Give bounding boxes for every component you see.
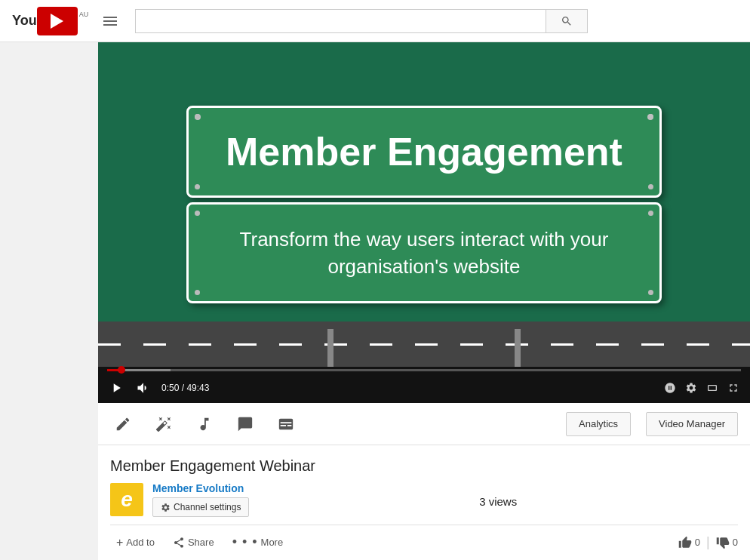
sidebar [0,42,98,560]
channel-row: e Member Evolution Channel settings 3 vi… [110,482,738,517]
video-title: Member Engagement Webinar [110,457,738,475]
bolt-icon [648,211,653,216]
search-container [135,9,588,33]
more-button[interactable]: • • • More [226,531,290,553]
channel-info: Member Evolution Channel settings [152,482,249,517]
play-button[interactable] [107,379,125,397]
video-info: Member Engagement Webinar e Member Evolu… [98,445,750,560]
channel-avatar: e [110,483,143,516]
video-controls: 0:50 / 49:43 [98,373,750,403]
channel-settings-label: Channel settings [174,502,241,512]
cc-icon [664,382,676,394]
progress-played [107,369,118,371]
video-toolbar: Analytics Video Manager [98,403,750,445]
bolt-icon [648,184,653,189]
pole-right [515,329,521,367]
search-icon [561,15,573,27]
bolt-icon [195,114,200,119]
fullscreen-button[interactable] [726,380,741,395]
dislike-button[interactable]: 0 [716,536,738,549]
volume-button[interactable] [134,379,152,397]
gear-button[interactable] [684,380,699,395]
progress-dot [118,366,125,374]
more-label: More [261,537,284,548]
hamburger-line [103,20,117,22]
right-controls [662,380,741,395]
search-button[interactable] [546,9,588,33]
hamburger-icon [103,17,117,26]
more-dots-icon: • • • [232,534,258,550]
enhance-button[interactable] [151,411,177,437]
subtitles-icon [278,416,294,432]
hamburger-line [103,24,117,26]
logo-you: You [12,13,37,29]
video-player: Member Engagement Transform the way user… [98,42,750,403]
views-count: 3 views [479,492,517,508]
add-to-button[interactable]: + Add to [110,533,161,552]
plus-icon: + [116,536,123,549]
share-button[interactable]: Share [167,534,220,552]
add-to-label: Add to [126,537,155,548]
youtube-logo: YouAU [12,7,88,35]
dislike-count: 0 [733,537,738,548]
progress-track[interactable] [107,369,741,371]
time-display: 0:50 / 49:43 [161,383,209,393]
action-row: + Add to Share • • • More [110,525,738,553]
bolt-icon [648,114,653,119]
bolt-icon [648,290,653,295]
share-icon [173,537,185,549]
like-dislike-container: 0 | 0 [678,534,738,550]
logo-country: AU [79,11,89,18]
progress-bar-row[interactable] [98,367,750,373]
magic-wand-icon [155,416,172,432]
bolt-icon [195,290,200,295]
hamburger-menu-button[interactable] [97,14,123,29]
gear-icon [685,382,697,394]
gear-icon [161,503,171,512]
theatre-mode-icon [706,382,718,394]
audio-button[interactable] [192,411,217,437]
video-manager-button[interactable]: Video Manager [646,412,738,436]
sign-title-text: Member Engagement [226,130,622,174]
youtube-icon [37,7,78,35]
current-time: 0:50 [161,383,179,393]
comments-button[interactable] [232,411,258,437]
channel-settings-button[interactable]: Channel settings [152,497,249,517]
edit-button[interactable] [110,411,136,437]
hamburger-line [103,17,117,18]
play-triangle-icon [51,14,63,29]
share-label: Share [188,537,214,548]
pole-left [327,329,334,367]
page-layout: Member Engagement Transform the way user… [0,42,750,560]
sign-subtitle-text: Transform the way users interact with yo… [240,228,609,278]
fullscreen-icon [727,382,739,394]
bolt-icon [195,211,200,216]
video-thumbnail[interactable]: Member Engagement Transform the way user… [98,42,750,367]
subtitles-button[interactable] [273,411,299,437]
like-count: 0 [695,537,700,548]
thumbs-up-icon [678,536,692,549]
channel-name-link[interactable]: Member Evolution [152,482,249,494]
analytics-button[interactable]: Analytics [566,412,631,436]
like-dislike-separator: | [706,534,710,550]
sign-poles [327,329,521,367]
sign-top: Member Engagement [186,106,662,198]
chat-bubble-icon [237,416,254,432]
thumbs-down-icon [716,536,730,549]
music-note-icon [196,416,213,432]
pencil-icon [115,416,131,432]
sign-bottom: Transform the way users interact with yo… [186,202,662,304]
like-button[interactable]: 0 [678,536,700,549]
theatre-mode-button[interactable] [705,380,720,395]
main-content: Member Engagement Transform the way user… [98,42,750,560]
volume-icon [136,380,151,395]
settings-cc-button[interactable] [662,380,678,395]
site-header: YouAU [0,0,750,42]
play-icon [109,380,124,395]
bolt-icon [195,184,200,189]
search-input[interactable] [135,9,546,33]
duration: 49:43 [186,383,209,393]
